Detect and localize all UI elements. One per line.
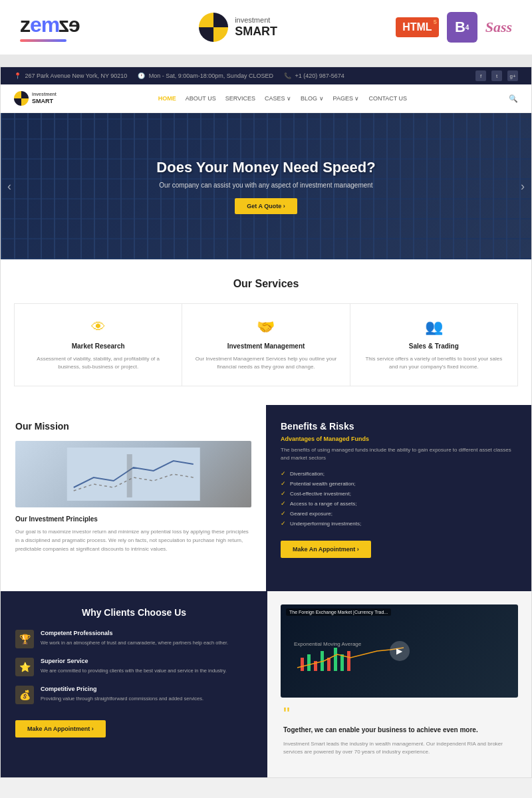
investment-big: SMART (235, 25, 277, 39)
why-cta-button[interactable]: Make An Appointment › (15, 720, 106, 737)
service-market-research: 👁 Market Research Assessment of viabilit… (15, 304, 182, 386)
mission-benefits-section: Our Mission Our Investment Principles Ou… (1, 405, 531, 591)
phone-item: 📞 +1 (420) 987-5674 (284, 72, 344, 79)
quote-section: " Together, we can enable your business … (281, 707, 518, 756)
benefit-text-2: Cost-effective investment; (290, 491, 351, 497)
hours-text: Mon - Sat, 9:00am-18:00pm, Sunday CLOSED (149, 72, 273, 79)
bootstrap-badge: B4 (447, 12, 477, 43)
service-sales-desc: This service offers a variety of benefit… (361, 355, 507, 371)
svg-rect-9 (340, 654, 344, 671)
hours-item: 🕐 Mon - Sat, 9:00am-18:00pm, Sunday CLOS… (138, 72, 273, 79)
googleplus-icon[interactable]: g+ (507, 70, 518, 81)
quote-text: Together, we can enable your business to… (283, 726, 515, 735)
investment-icon (199, 13, 228, 42)
why-content-1: Superior Service We are committed to pro… (41, 658, 227, 676)
nav-blog[interactable]: BLOG ∨ (301, 95, 324, 102)
benefit-text-3: Access to a range of assets; (290, 501, 357, 507)
service-investment-mgmt: 🤝 Investment Management Our Investment M… (182, 304, 350, 386)
search-icon[interactable]: 🔍 (509, 94, 518, 103)
check-icon-2: ✓ (281, 490, 286, 497)
mission-chart-svg (27, 448, 240, 501)
social-links[interactable]: f t g+ (475, 70, 518, 81)
svg-rect-1 (127, 454, 132, 497)
twitter-icon[interactable]: t (491, 70, 502, 81)
location-icon: 📍 (14, 72, 21, 79)
service-market-title: Market Research (25, 342, 171, 350)
svg-text:Exponential Moving Average: Exponential Moving Average (294, 641, 362, 647)
service-investment-desc: Our Investment Management Services help … (193, 355, 338, 371)
video-label: The Foreign Exchange Market |Currency Tr… (286, 608, 391, 616)
nav-logo-small: investment (32, 92, 57, 97)
why-side: Why Clients Choose Us 🏆 Competent Profes… (1, 591, 267, 777)
benefit-text-5: Underperforming investments; (290, 521, 361, 527)
check-icon-3: ✓ (281, 500, 286, 507)
html-num: 5 (434, 19, 437, 25)
nav-logo-icon (14, 91, 29, 106)
nav-services[interactable]: SERVICES (225, 95, 255, 102)
benefits-cta-button[interactable]: Make An Appointment › (281, 541, 371, 558)
zemes-ez: ez (59, 13, 80, 37)
svg-rect-3 (301, 658, 304, 671)
check-icon-5: ✓ (281, 520, 286, 527)
phone-icon: 📞 (284, 72, 291, 79)
mission-subtitle: Our Investment Principles (15, 515, 251, 523)
clock-icon: 🕐 (138, 72, 145, 79)
why-heading: Why Clients Choose Us (15, 607, 253, 618)
nav-contact[interactable]: CONTACT US (368, 95, 407, 102)
benefit-item-1: ✓ Potential wealth generation; (281, 480, 517, 487)
zemes-underline (20, 39, 66, 42)
hero-cta-button[interactable]: Get A Quote › (235, 198, 297, 214)
why-content-0: Competent Professionals We work in an at… (41, 630, 228, 648)
play-button[interactable]: ▶ (390, 641, 410, 661)
benefit-item-5: ✓ Underperforming investments; (281, 520, 517, 527)
address-text: 267 Park Avenue New York, NY 90210 (25, 72, 128, 79)
benefit-text-0: Diversification; (290, 471, 325, 477)
svg-rect-0 (67, 448, 200, 501)
html-badge: 5 HTML (396, 17, 438, 37)
hero-prev-arrow[interactable]: ‹ (7, 180, 11, 194)
why-item-0: 🏆 Competent Professionals We work in an … (15, 630, 253, 648)
nav-logo: investment SMART (14, 91, 57, 106)
svg-rect-7 (327, 658, 331, 671)
service-sales-trading: 👥 Sales & Trading This service offers a … (350, 304, 517, 386)
check-icon-0: ✓ (281, 470, 286, 477)
investment-text: investment SMART (235, 16, 277, 39)
phone-text: +1 (420) 987-5674 (295, 72, 344, 79)
investment-logo: investment SMART (199, 13, 277, 42)
benefits-subtitle: Advantages of Managed Funds (281, 436, 517, 442)
why-title-0: Competent Professionals (41, 630, 228, 636)
superior-icon: ⭐ (15, 658, 34, 676)
benefits-side: Benefits & Risks Advantages of Managed F… (266, 405, 531, 591)
investment-small: investment (235, 16, 277, 25)
hero-next-arrow[interactable]: › (521, 180, 525, 194)
services-section: Our Services 👁 Market Research Assessmen… (1, 259, 531, 405)
zemes-logo-wrap: z em ez (20, 13, 80, 42)
benefits-intro: The benefits of using managed funds incl… (281, 446, 517, 462)
video-thumbnail[interactable]: The Foreign Exchange Market |Currency Tr… (281, 604, 518, 698)
hero-subtext: Our company can assist you with any aspe… (156, 182, 375, 189)
svg-rect-10 (347, 651, 350, 671)
mission-image (15, 441, 251, 507)
nav-home[interactable]: HOME (158, 95, 176, 102)
benefit-item-2: ✓ Cost-effective investment; (281, 490, 517, 497)
tech-badges: 5 HTML B4 Sass (396, 12, 512, 43)
nav-bar: investment SMART HOME ABOUT US SERVICES … (1, 84, 531, 113)
brand-bar: z em ez investment SMART 5 HTML B4 Sass (0, 0, 532, 55)
nav-about[interactable]: ABOUT US (186, 95, 216, 102)
zemes-logo: z em ez (20, 13, 80, 37)
info-bar: 📍 267 Park Avenue New York, NY 90210 🕐 M… (1, 67, 531, 84)
why-item-2: 💰 Competitive Pricing Providing value th… (15, 686, 253, 704)
benefit-text-4: Geared exposure; (290, 511, 332, 517)
video-side: The Foreign Exchange Market |Currency Tr… (267, 591, 531, 777)
nav-pages[interactable]: PAGES ∨ (333, 95, 360, 102)
facebook-icon[interactable]: f (475, 70, 486, 81)
benefit-text-1: Potential wealth generation; (290, 481, 356, 487)
nav-links: HOME ABOUT US SERVICES CASES ∨ BLOG ∨ PA… (158, 95, 407, 102)
benefits-list: ✓ Diversification; ✓ Potential wealth ge… (281, 470, 517, 527)
sales-trading-icon: 👥 (361, 319, 507, 336)
nav-cases[interactable]: CASES ∨ (265, 95, 291, 102)
svg-rect-4 (307, 654, 311, 671)
why-desc-2: Providing value through straightforward … (41, 695, 203, 702)
nav-logo-big: SMART (32, 98, 57, 105)
competent-icon: 🏆 (15, 630, 34, 648)
